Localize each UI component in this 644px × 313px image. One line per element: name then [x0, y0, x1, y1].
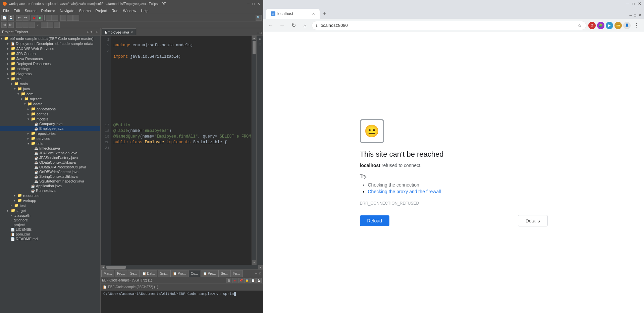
menu-project[interactable]: Project — [93, 8, 109, 13]
ext-wallet-icon[interactable]: 💳 — [614, 22, 622, 29]
tree-item-employee[interactable]: ☕ Employee.java — [0, 126, 100, 131]
toolbar2-extra-4[interactable] — [41, 22, 47, 28]
employee-tab-close[interactable]: ✕ — [130, 31, 133, 34]
tree-item-inflector[interactable]: ☕ Inflector.java — [0, 146, 100, 151]
pe-collapse-btn[interactable]: ⊟ — [87, 30, 90, 34]
console-copy-btn[interactable]: 📋 — [250, 278, 256, 283]
editor-max-btn[interactable]: □ — [260, 31, 262, 35]
toolbar-extra-2[interactable] — [52, 15, 58, 21]
tree-item-jpaservice[interactable]: ☕ JPAServiceFactory.java — [0, 155, 100, 160]
back-btn[interactable]: ← — [266, 21, 275, 30]
toolbar-redo-btn[interactable]: ↪ — [22, 15, 29, 21]
tree-item-configs[interactable]: ▸ 📁 configs — [0, 111, 100, 116]
console-pin-btn[interactable]: 📌 — [238, 278, 244, 283]
tree-item-diagrams[interactable]: ▸ 📁 diagrams — [0, 71, 100, 76]
browser-active-tab[interactable]: e localhost ✕ — [266, 9, 320, 19]
tree-item-resources[interactable]: ▸ 📁 resources — [0, 193, 100, 198]
console-min-btn[interactable]: ─ — [254, 272, 258, 275]
tree-item-sqlinspect[interactable]: ☕ SqlStatementInspector.java — [0, 179, 100, 184]
browser-tab-restore[interactable]: □ — [634, 13, 636, 17]
tree-item-jpa[interactable]: ▸ 📁 JPA Content — [0, 51, 100, 56]
tree-item-java[interactable]: ▾ 📁 java — [0, 86, 100, 91]
scroll-thumb[interactable] — [253, 41, 256, 54]
browser-new-tab-btn[interactable]: + — [320, 9, 329, 18]
tree-item-springctx[interactable]: ☕ SpringContextsUtil.java — [0, 174, 100, 179]
toolbar-extra-5[interactable] — [73, 15, 79, 21]
tree-item-odata[interactable]: ▾ 📁 odata — [0, 101, 100, 106]
tree-item-repositories[interactable]: ▸ 📁 repositories — [0, 131, 100, 136]
star-icon[interactable]: ☆ — [578, 23, 582, 28]
tab-data[interactable]: 📋 Dat... — [140, 270, 158, 277]
browser-tab-min[interactable]: ─ — [630, 13, 632, 17]
tree-item-services[interactable]: ▸ 📁 services — [0, 136, 100, 141]
menu-source[interactable]: Source — [22, 8, 39, 13]
home-btn[interactable]: ⌂ — [300, 21, 310, 30]
suggestion-proxy[interactable]: Checking the proxy and the firewall — [368, 189, 441, 194]
tree-item-test[interactable]: ▸ 📁 test — [0, 203, 100, 208]
tree-item-jaxws[interactable]: ▸ 📁 JAX-WS Web Services — [0, 46, 100, 51]
pe-max-btn[interactable]: □ — [97, 30, 98, 34]
tree-item-pom[interactable]: 📋 pom.xml — [0, 232, 100, 237]
browser-minimize-btn[interactable]: ─ — [626, 1, 629, 6]
browser-restore-btn[interactable]: □ — [632, 1, 635, 6]
tree-item-deployed[interactable]: ▸ 📁 Deployed Resources — [0, 61, 100, 66]
tab-progress[interactable]: 📋 Pro... — [170, 270, 188, 277]
tab-search[interactable]: Se... — [128, 270, 140, 277]
console-clear-btn[interactable]: 🗑 — [226, 278, 231, 283]
menu-window[interactable]: Window — [121, 8, 139, 13]
tree-item-runner[interactable]: ☕ Runner.java — [0, 188, 100, 193]
console-max-btn[interactable]: □ — [259, 272, 262, 275]
browser-window-controls[interactable]: ─ □ ✕ — [626, 1, 641, 6]
code-content[interactable]: package com.mjzsoft.odata.models; import… — [111, 36, 252, 265]
tree-item-settings[interactable]: ▸ 📁 .settings — [0, 66, 100, 71]
tree-item-target[interactable]: ▸ 📁 target — [0, 208, 100, 213]
menu-file[interactable]: File — [1, 8, 11, 13]
editor-scrollbar[interactable]: ▲ ▼ — [252, 36, 256, 265]
console-lock-btn[interactable]: 🔒 — [244, 278, 250, 283]
tab-terminal[interactable]: Ter... — [230, 270, 243, 277]
browser-tab-close-btn[interactable]: ✕ — [312, 12, 315, 16]
ext-piece-icon[interactable]: 🧩 — [597, 22, 604, 29]
tree-item-project[interactable]: ▾ 📁 ebf-code-sample-odata [EBF-Code-samp… — [0, 36, 100, 41]
tree-item-mjzsoft[interactable]: ▾ 📁 mjzsoft — [0, 96, 100, 101]
menu-navigate[interactable]: Navigate — [57, 8, 76, 13]
scroll-up-btn[interactable]: ▲ — [252, 36, 256, 40]
toolbar-extra-3[interactable] — [60, 15, 66, 21]
ext-user-icon[interactable]: 👤 — [623, 22, 631, 29]
toolbar2-extra-2[interactable] — [22, 22, 29, 28]
employee-tab[interactable]: Employee.java ✕ — [102, 29, 136, 35]
toolbar2-fwd-btn[interactable]: ▷ — [8, 22, 14, 28]
tree-item-webapp[interactable]: ▸ 📁 webapp — [0, 198, 100, 203]
tree-item-license[interactable]: 📄 LICENSE — [0, 227, 100, 232]
console-save-btn[interactable]: 💾 — [256, 278, 262, 283]
forward-btn[interactable]: → — [277, 21, 287, 30]
code-hscroll[interactable]: ◄ ► — [101, 265, 263, 269]
toolbar-debug-btn[interactable]: 🐞 — [31, 15, 37, 21]
toolbar-extra-1[interactable] — [46, 15, 52, 21]
tree-item-project-file[interactable]: · .project — [0, 222, 100, 227]
tree-item-src[interactable]: ▾ 📁 src — [0, 76, 100, 81]
tree-item-models[interactable]: ▾ 📁 models — [0, 116, 100, 121]
tree-item-deployment[interactable]: ▸ 📋 Deployment Descriptor: ebf-code-samp… — [0, 41, 100, 46]
browser-tab-x[interactable]: ✕ — [638, 13, 641, 17]
toolbar2-extra-6[interactable] — [54, 22, 60, 28]
proxy-link[interactable]: Checking the proxy and the firewall — [368, 189, 441, 194]
ext-3-icon[interactable]: ▶ — [606, 22, 613, 29]
tree-item-jpaedm[interactable]: ☕ JPAEdmExtension.java — [0, 151, 100, 155]
tree-item-application[interactable]: ☕ Application.java — [0, 184, 100, 188]
menu-edit[interactable]: Edit — [11, 8, 22, 13]
tree-item-readme[interactable]: 📄 README.md — [0, 237, 100, 241]
tab-progress2[interactable]: 📋 Pro... — [201, 270, 218, 277]
toolbar2-extra-3[interactable] — [29, 22, 35, 28]
side-icon-2[interactable]: ⊞ — [257, 42, 263, 48]
tree-item-odatacontext[interactable]: ☕ ODataContextUtil.java — [0, 160, 100, 165]
ext-opera-icon[interactable]: O — [588, 22, 596, 29]
toolbar-run-btn[interactable]: ▶ — [37, 15, 43, 21]
side-icon-1[interactable]: ≡ — [257, 36, 263, 42]
tab-console[interactable]: Co... — [189, 270, 200, 277]
toolbar-extra-4[interactable] — [67, 15, 73, 21]
pe-menu-btn[interactable]: ▾ — [91, 30, 92, 34]
menu-search[interactable]: Search — [77, 8, 93, 13]
toolbar-search-btn[interactable]: 🔍 — [256, 15, 262, 21]
toolbar2-extra-5[interactable] — [47, 22, 53, 28]
